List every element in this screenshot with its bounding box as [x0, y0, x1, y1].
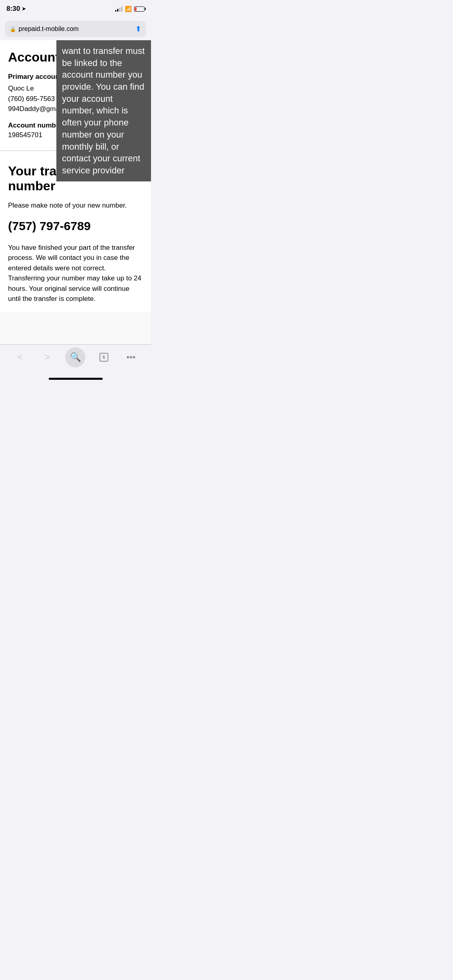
safari-bottom-bar: < > 🔍 6 •••	[0, 344, 151, 378]
tooltip-overlay: want to transfer must be linked to the a…	[56, 40, 151, 181]
url-display: prepaid.t-mobile.com	[19, 25, 79, 33]
battery-icon	[134, 6, 145, 12]
wifi-icon: 📶	[125, 6, 132, 12]
lock-icon: 🔒	[10, 26, 16, 32]
page-content: want to transfer must be linked to the a…	[0, 40, 151, 344]
back-button[interactable]: <	[11, 348, 29, 366]
share-icon[interactable]: ⬆	[135, 25, 141, 33]
transferred-phone-number: (757) 797-6789	[8, 219, 143, 233]
tabs-button[interactable]: 6	[95, 348, 113, 366]
time-display: 8:30	[6, 5, 20, 13]
home-bar	[49, 378, 103, 380]
tooltip-text: want to transfer must be linked to the a…	[62, 46, 145, 175]
tabs-count-badge: 6	[99, 353, 108, 362]
signal-icon	[115, 6, 122, 12]
search-button[interactable]: 🔍	[65, 347, 85, 367]
location-arrow-icon: ➤	[22, 6, 26, 12]
note-text: Please make note of your new number.	[8, 202, 143, 210]
completion-text: You have finished your part of the trans…	[8, 243, 143, 304]
address-bar[interactable]: 🔒 prepaid.t-mobile.com ⬆	[5, 21, 146, 37]
status-bar: 8:30 ➤ 📶	[0, 0, 151, 18]
home-indicator	[0, 378, 151, 381]
status-time: 8:30 ➤	[6, 5, 26, 13]
bottom-spacer	[0, 312, 151, 344]
more-button[interactable]: •••	[122, 348, 140, 366]
search-icon: 🔍	[70, 352, 81, 362]
status-icons: 📶	[115, 6, 145, 12]
forward-button[interactable]: >	[38, 348, 56, 366]
address-bar-container: 🔒 prepaid.t-mobile.com ⬆	[0, 18, 151, 40]
